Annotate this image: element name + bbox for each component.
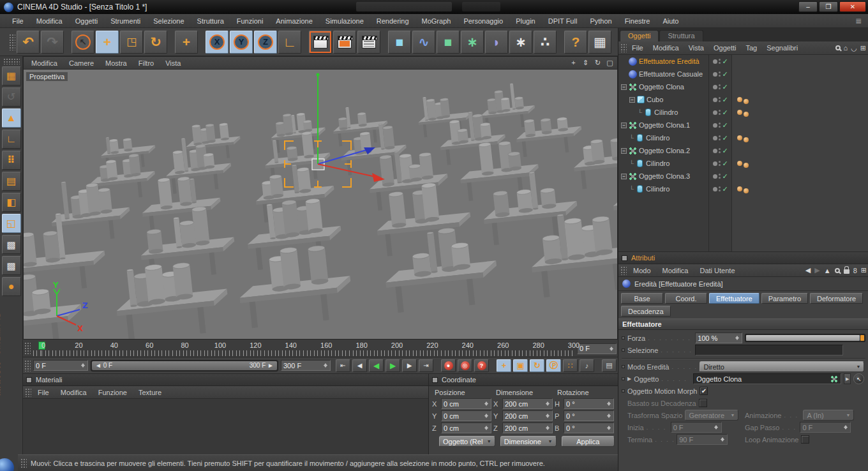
menu-item-finestre[interactable]: Finestre (619, 15, 656, 27)
enabled-checkmark-icon[interactable]: ✓ (722, 57, 728, 66)
menu-item-funzioni[interactable]: Funzioni (231, 15, 269, 27)
editor-visibility-dot-icon[interactable] (713, 161, 717, 166)
menu-item-simulazione[interactable]: Simulazione (320, 15, 370, 27)
attribute-tab-decadenza[interactable]: Decadenza (621, 306, 671, 317)
palette-handle-icon[interactable]: ▦ (856, 17, 862, 24)
workplane-mode-button[interactable]: ▩ (2, 235, 21, 254)
visibility-toggles[interactable]: ✓ (709, 83, 732, 91)
tree-item-cilindro[interactable]: └Cilindro (618, 134, 709, 142)
key-position-button[interactable]: + (497, 359, 511, 372)
tree-item-oggetto-clona-3[interactable]: −Oggetto Clona.3 (618, 172, 709, 181)
attribute-tab-parametro[interactable]: Parametro (761, 293, 808, 304)
editor-visibility-dot-icon[interactable] (713, 98, 717, 102)
position-stepper[interactable] (483, 424, 489, 432)
history-back-icon[interactable]: ◀ (805, 266, 811, 274)
phong-tag-icon[interactable] (744, 137, 749, 142)
ruler-frame-stepper[interactable] (608, 345, 614, 352)
enabled-checkmark-icon[interactable]: ✓ (722, 172, 728, 181)
render-visibility-dots-icon[interactable] (719, 110, 721, 115)
visibility-toggles[interactable]: ✓ (709, 70, 732, 78)
ruler-frame-field[interactable]: 0 F (577, 343, 617, 354)
disclosure-triangle-icon[interactable]: ▶ (627, 376, 631, 382)
tree-item-cubo[interactable]: −Cubo (618, 96, 709, 103)
menu-item-rendering[interactable]: Rendering (371, 15, 415, 27)
menu-item-selezione[interactable]: Selezione (147, 15, 190, 27)
object-picker-button[interactable]: ↖ (853, 373, 864, 384)
object-manager-menu-segnalibri[interactable]: Segnalibri (762, 43, 802, 53)
render-visibility-dots-icon[interactable] (719, 84, 721, 89)
visibility-toggles[interactable]: ✓ (709, 121, 732, 130)
step-gap-stepper[interactable] (842, 424, 848, 431)
record-keyframe-button[interactable]: ● (441, 359, 456, 372)
search-icon[interactable] (835, 45, 841, 50)
enabled-checkmark-icon[interactable]: ✓ (722, 121, 728, 130)
object-link-field[interactable]: Oggetto Clona (693, 373, 841, 384)
pan-icon[interactable]: + (569, 59, 578, 67)
menu-item-dpit-full[interactable]: DPIT Full (542, 15, 583, 27)
phong-tag-icon[interactable] (737, 161, 742, 166)
menu-item-aiuto[interactable]: Aiuto (657, 15, 684, 27)
track-bullet[interactable] (622, 348, 625, 352)
add-panel-icon[interactable]: ⊞ (861, 266, 867, 274)
size-x-field[interactable]: 200 cm (502, 398, 553, 409)
render-visibility-dots-icon[interactable] (719, 148, 721, 153)
titlebar[interactable]: CINEMA 4D Studio - [Senza Titolo 1 *] – … (0, 0, 868, 14)
position-stepper[interactable] (483, 412, 489, 420)
render-queue-button[interactable] (357, 31, 380, 54)
visibility-toggles[interactable]: ✓ (709, 134, 732, 142)
visibility-toggles[interactable]: ✓ (709, 172, 732, 181)
position-stepper[interactable] (483, 400, 489, 408)
help-button[interactable]: ? (564, 31, 587, 54)
tree-item-cilindro[interactable]: └Cilindro (618, 185, 709, 193)
attribute-object-row[interactable]: Eredità [Effettuatore Eredità] (618, 277, 868, 291)
lock-y-axis-button[interactable]: Y (230, 31, 253, 54)
phong-tag-icon[interactable] (744, 112, 749, 117)
render-visibility-dots-icon[interactable] (719, 135, 721, 140)
viewport-menu-camere[interactable]: Camere (64, 58, 99, 68)
coordinates-panel-header[interactable]: Coordinate (429, 374, 618, 386)
render-visibility-dots-icon[interactable] (719, 59, 721, 64)
layer-filter-icon[interactable]: ◡ (851, 44, 857, 52)
lock-z-axis-button[interactable]: Z (254, 31, 277, 54)
add-cube-button[interactable]: ■ (388, 31, 411, 54)
menu-item-oggetti[interactable]: Oggetti (70, 15, 103, 27)
materials-grip[interactable] (25, 388, 31, 397)
editor-visibility-dot-icon[interactable] (713, 59, 717, 64)
object-manager-menu-vista[interactable]: Vista (684, 43, 708, 53)
viewport-menu-modifica[interactable]: Modifica (26, 58, 63, 68)
transform-space-dropdown[interactable]: Generatore (685, 410, 738, 421)
deformer-button[interactable]: ◗ (485, 31, 508, 54)
menu-item-modifica[interactable]: Modifica (31, 15, 68, 27)
convert-object-button[interactable]: ↺ (2, 87, 21, 107)
enabled-checkmark-icon[interactable]: ✓ (722, 96, 728, 104)
editor-visibility-dot-icon[interactable] (713, 110, 717, 115)
object-axis-mode-button[interactable]: ∟ (2, 130, 21, 149)
object-manager-menu-file[interactable]: File (627, 43, 648, 53)
size-stepper[interactable] (544, 400, 550, 408)
rotation-stepper[interactable] (606, 400, 611, 408)
visibility-toggles[interactable]: ✓ (709, 96, 732, 104)
menu-item-animazione[interactable]: Animazione (270, 15, 318, 27)
enabled-checkmark-icon[interactable]: ✓ (722, 70, 728, 78)
lock-x-axis-button[interactable]: X (206, 31, 228, 54)
editor-visibility-dot-icon[interactable] (713, 187, 717, 191)
attributes-panel-header[interactable]: Attributi (618, 252, 868, 264)
start-field[interactable]: 0 F (671, 422, 722, 433)
make-editable-button[interactable]: ▦ (2, 66, 21, 86)
tree-item-cilindro[interactable]: └Cilindro (618, 160, 709, 167)
viewport-menu-vista[interactable]: Vista (160, 58, 186, 68)
tree-item-oggetto-clona-1[interactable]: −Oggetto Clona.1 (618, 121, 709, 130)
render-visibility-dots-icon[interactable] (719, 123, 721, 128)
array-generator-button[interactable]: ∗ (461, 31, 484, 54)
goto-start-button[interactable]: ⇤ (336, 359, 350, 372)
enable-axis-mode-button[interactable]: ◱ (2, 214, 21, 233)
home-icon[interactable]: ⌂ (844, 44, 848, 52)
menu-item-file[interactable]: File (6, 15, 29, 27)
play-forward-button[interactable]: ▶ (385, 359, 400, 372)
attributes-menu-modifica[interactable]: Modifica (657, 265, 694, 276)
key-scale-button[interactable]: ▣ (513, 359, 528, 372)
visibility-toggles[interactable]: ✓ (709, 185, 732, 193)
dolly-icon[interactable]: ⇕ (581, 59, 590, 67)
editor-visibility-dot-icon[interactable] (713, 123, 717, 128)
render-visibility-dots-icon[interactable] (719, 174, 721, 179)
